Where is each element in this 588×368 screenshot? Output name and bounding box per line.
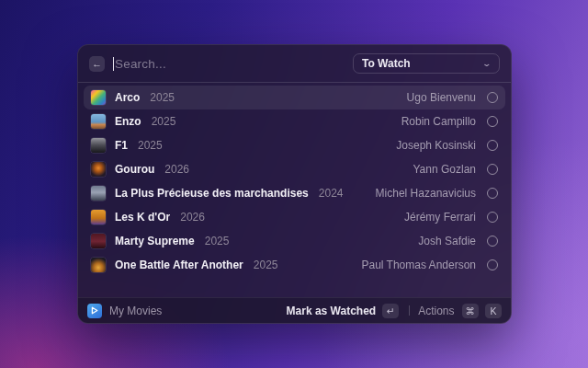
- filter-dropdown[interactable]: To Watch ⌄: [353, 53, 500, 74]
- poster-thumbnail: [91, 210, 106, 224]
- movie-director: Josh Safdie: [418, 235, 476, 247]
- poster-thumbnail: [91, 114, 106, 129]
- movie-year: 2025: [150, 91, 175, 104]
- command-key-badge: ⌘: [462, 304, 480, 318]
- movie-director: Ugo Bienvenu: [407, 91, 476, 104]
- movie-row[interactable]: One Battle After Another 2025 Paul Thoma…: [84, 253, 505, 277]
- mark-as-watched-button[interactable]: Mark as Watched: [287, 305, 377, 317]
- movie-row[interactable]: F1 2025 Joseph Kosinski: [84, 133, 505, 157]
- watched-checkbox-icon[interactable]: [487, 236, 498, 247]
- search-header: ← Search... To Watch ⌄: [78, 45, 511, 82]
- movie-year: 2026: [180, 211, 205, 224]
- movie-title: Gourou: [115, 163, 154, 176]
- movie-director: Michel Hazanavicius: [376, 187, 476, 200]
- text-caret: [113, 57, 114, 71]
- poster-thumbnail: [91, 258, 106, 272]
- watched-checkbox-icon[interactable]: [487, 116, 498, 127]
- poster-thumbnail: [91, 186, 106, 201]
- enter-key-badge: ↵: [382, 304, 399, 318]
- watched-checkbox-icon[interactable]: [487, 259, 498, 270]
- movie-row[interactable]: Enzo 2025 Robin Campillo: [84, 109, 505, 133]
- movie-title: Marty Supreme: [115, 235, 195, 247]
- filter-dropdown-value: To Watch: [362, 57, 411, 70]
- movie-director: Robin Campillo: [401, 115, 476, 128]
- movie-row[interactable]: Arco 2025 Ugo Bienvenu: [84, 86, 505, 109]
- search-placeholder: Search...: [115, 57, 166, 71]
- watched-checkbox-icon[interactable]: [487, 188, 498, 199]
- movie-title: Arco: [115, 91, 140, 104]
- my-movies-app-icon: [87, 304, 102, 318]
- movie-title: Les K d'Or: [115, 211, 170, 224]
- movie-title: F1: [115, 139, 128, 152]
- poster-thumbnail: [91, 162, 106, 177]
- watched-checkbox-icon[interactable]: [487, 212, 498, 223]
- movie-year: 2025: [205, 235, 230, 247]
- play-icon: [91, 306, 98, 315]
- movie-row[interactable]: Les K d'Or 2026 Jérémy Ferrari: [84, 205, 505, 229]
- movie-year: 2025: [138, 139, 163, 152]
- back-button[interactable]: ←: [89, 56, 105, 72]
- movie-director: Jérémy Ferrari: [404, 211, 476, 224]
- search-input[interactable]: Search...: [113, 57, 353, 71]
- app-name-label: My Movies: [109, 305, 162, 317]
- movie-title: La Plus Précieuse des marchandises: [115, 187, 309, 200]
- poster-thumbnail: [91, 90, 106, 105]
- watched-checkbox-icon[interactable]: [487, 92, 498, 103]
- poster-thumbnail: [91, 234, 106, 248]
- movie-row[interactable]: Gourou 2026 Yann Gozlan: [84, 157, 505, 181]
- movie-title: Enzo: [115, 115, 141, 128]
- movie-year: 2025: [152, 115, 176, 128]
- movie-list: Arco 2025 Ugo Bienvenu Enzo 2025 Robin C…: [78, 83, 511, 297]
- back-arrow-icon: ←: [92, 58, 102, 69]
- poster-thumbnail: [91, 138, 106, 153]
- watched-checkbox-icon[interactable]: [487, 164, 498, 175]
- movie-year: 2026: [164, 163, 189, 176]
- movie-director: Joseph Kosinski: [396, 139, 476, 152]
- footer-bar: My Movies Mark as Watched ↵ Actions ⌘ K: [78, 297, 511, 323]
- footer-actions: Mark as Watched ↵ Actions ⌘ K: [287, 304, 502, 318]
- chevron-down-icon: ⌄: [482, 59, 492, 68]
- movie-title: One Battle After Another: [115, 259, 243, 271]
- actions-button[interactable]: Actions: [418, 305, 454, 317]
- movie-year: 2024: [319, 187, 344, 200]
- movie-row[interactable]: Marty Supreme 2025 Josh Safdie: [84, 229, 505, 253]
- movie-director: Yann Gozlan: [413, 163, 477, 176]
- footer-separator: [409, 305, 410, 316]
- movie-row[interactable]: La Plus Précieuse des marchandises 2024 …: [84, 181, 505, 205]
- command-palette-window: ← Search... To Watch ⌄ Arco 2025 Ugo Bie…: [77, 44, 512, 324]
- k-key-badge: K: [485, 304, 502, 318]
- movie-director: Paul Thomas Anderson: [361, 259, 476, 271]
- watched-checkbox-icon[interactable]: [487, 140, 498, 151]
- movie-year: 2025: [254, 259, 278, 271]
